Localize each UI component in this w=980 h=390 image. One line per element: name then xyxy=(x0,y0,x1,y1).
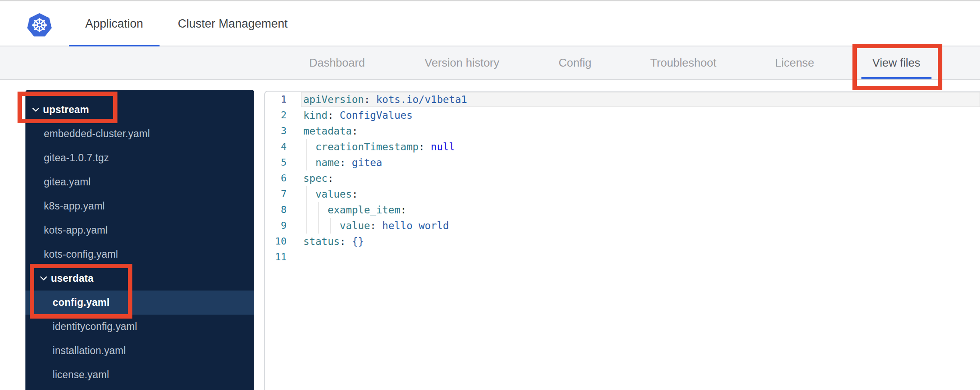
tree-item-label: upstream xyxy=(43,104,89,116)
indent-guide xyxy=(306,218,307,234)
line-number: 8 xyxy=(265,202,293,218)
nav-tab-config[interactable]: Config xyxy=(558,46,591,79)
line-content: name: gitea xyxy=(293,155,980,170)
line-content: example_item: xyxy=(293,202,980,218)
tree-item-label: license.yaml xyxy=(53,369,109,381)
indent-guide xyxy=(306,155,307,170)
line-number: 1 xyxy=(265,92,293,107)
nav-tab-view-files[interactable]: View files xyxy=(872,46,920,79)
file-item-installation-yaml[interactable]: installation.yaml xyxy=(25,339,254,363)
line-content xyxy=(293,249,980,265)
tree-item-label: gitea.yaml xyxy=(44,176,91,188)
chevron-down-icon[interactable] xyxy=(32,107,39,112)
file-item-identityconfig-yaml[interactable]: identityconfig.yaml xyxy=(25,315,254,339)
yaml-file-viewer[interactable]: 1apiVersion: kots.io/v1beta12kind: Confi… xyxy=(264,91,980,390)
line-number: 7 xyxy=(265,186,293,202)
file-item-kots-config-yaml[interactable]: kots-config.yaml xyxy=(25,242,254,266)
file-item-gitea-yaml[interactable]: gitea.yaml xyxy=(25,170,254,194)
line-number: 2 xyxy=(265,107,293,123)
top-header: ☸ ApplicationCluster Management xyxy=(0,0,980,46)
code-line-6: 6spec: xyxy=(265,170,980,186)
tree-item-label: gitea-1.0.7.tgz xyxy=(44,152,109,164)
kubernetes-logo-icon: ☸ xyxy=(27,13,52,37)
indent-guide xyxy=(330,218,331,234)
tree-item-label: installation.yaml xyxy=(53,345,126,357)
code-line-7: 7 values: xyxy=(265,186,980,202)
line-number: 6 xyxy=(265,170,293,186)
nav-tab-version-history[interactable]: Version history xyxy=(425,46,500,79)
chevron-down-icon[interactable] xyxy=(40,276,47,281)
code-line-11: 11 xyxy=(265,249,980,265)
app-nav-tabs: DashboardVersion historyConfigTroublesho… xyxy=(0,46,980,80)
file-item-license-yaml[interactable]: license.yaml xyxy=(25,363,254,387)
tree-item-label: embedded-cluster.yaml xyxy=(44,128,150,140)
tree-item-label: kots-config.yaml xyxy=(44,248,118,260)
tree-item-label: userdata xyxy=(51,273,93,284)
folder-item-upstream[interactable]: upstream xyxy=(25,98,254,122)
tree-item-label: identityconfig.yaml xyxy=(53,321,137,333)
line-content: kind: ConfigValues xyxy=(293,107,980,123)
indent-guide xyxy=(318,202,319,218)
code-line-4: 4 creationTimestamp: null xyxy=(265,139,980,155)
file-item-gitea-1-0-7-tgz[interactable]: gitea-1.0.7.tgz xyxy=(25,146,254,170)
tree-item-label: config.yaml xyxy=(53,297,110,308)
line-number: 4 xyxy=(265,139,293,155)
line-number: 10 xyxy=(265,234,293,249)
line-content: spec: xyxy=(293,170,980,186)
file-item-k8s-app-yaml[interactable]: k8s-app.yaml xyxy=(25,194,254,218)
primary-tab-cluster-management[interactable]: Cluster Management xyxy=(174,1,292,46)
line-content: status: {} xyxy=(293,234,980,249)
code-line-1: 1apiVersion: kots.io/v1beta1 xyxy=(265,92,980,107)
code-line-9: 9 value: hello world xyxy=(265,218,980,234)
nav-tab-dashboard[interactable]: Dashboard xyxy=(309,46,365,79)
line-number: 11 xyxy=(265,249,293,265)
line-content: value: hello world xyxy=(293,218,980,234)
line-content: values: xyxy=(293,186,980,202)
line-content: creationTimestamp: null xyxy=(293,139,980,155)
code-line-10: 10status: {} xyxy=(265,234,980,249)
indent-guide xyxy=(318,218,319,234)
tree-item-label: kots-app.yaml xyxy=(44,224,108,236)
code-lines: 1apiVersion: kots.io/v1beta12kind: Confi… xyxy=(265,92,980,265)
primary-tab-application[interactable]: Application xyxy=(69,1,160,46)
code-line-5: 5 name: gitea xyxy=(265,155,980,170)
line-number: 3 xyxy=(265,123,293,139)
file-item-kots-app-yaml[interactable]: kots-app.yaml xyxy=(25,218,254,242)
tree-item-label: k8s-app.yaml xyxy=(44,200,105,212)
line-content: metadata: xyxy=(293,123,980,139)
nav-tab-license[interactable]: License xyxy=(775,46,814,79)
indent-guide xyxy=(306,186,307,202)
indent-guide xyxy=(306,139,307,155)
code-line-8: 8 example_item: xyxy=(265,202,980,218)
file-tree-sidebar[interactable]: upstreamembedded-cluster.yamlgitea-1.0.7… xyxy=(25,90,254,390)
code-line-2: 2kind: ConfigValues xyxy=(265,107,980,123)
file-item-config-yaml[interactable]: config.yaml xyxy=(25,291,254,315)
indent-guide xyxy=(306,202,307,218)
line-number: 5 xyxy=(265,155,293,170)
folder-item-userdata[interactable]: userdata xyxy=(25,266,254,291)
ship-wheel-icon: ☸ xyxy=(31,16,48,35)
line-number: 9 xyxy=(265,218,293,234)
line-content: apiVersion: kots.io/v1beta1 xyxy=(293,92,980,107)
code-line-3: 3metadata: xyxy=(265,123,980,139)
file-item-embedded-cluster-yaml[interactable]: embedded-cluster.yaml xyxy=(25,122,254,146)
nav-tab-troubleshoot[interactable]: Troubleshoot xyxy=(650,46,717,79)
